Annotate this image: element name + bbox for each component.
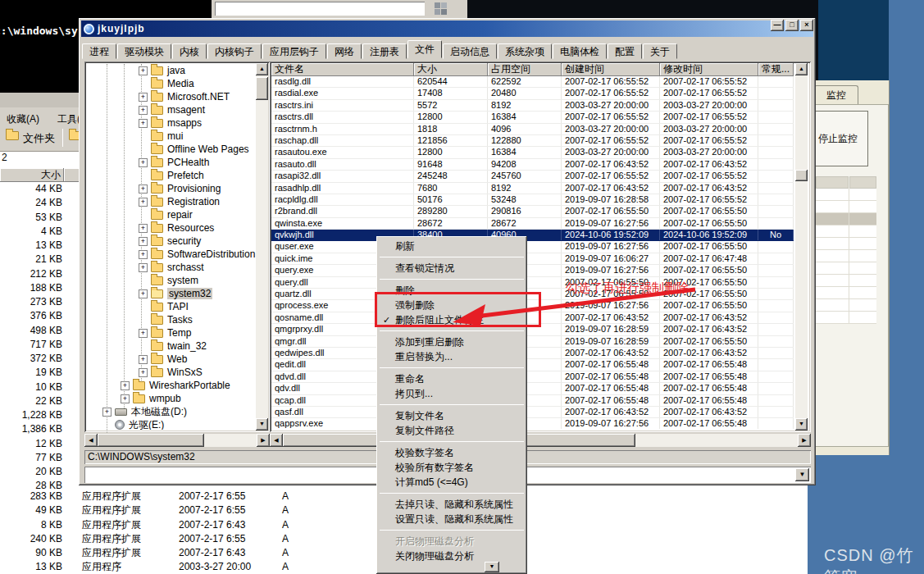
file-row[interactable]: quick.ime2019-09-07 16:06:272007-02-17 0…	[271, 253, 794, 265]
file-row[interactable]: qwinsta.exe28672286722019-09-07 16:27:56…	[271, 218, 794, 230]
column-header[interactable]: 文件名	[271, 63, 414, 76]
file-row[interactable]: quser.exe2019-09-07 16:27:562007-02-17 0…	[271, 241, 794, 253]
file-row[interactable]: qdv.dll2007-02-17 06:55:482007-02-17 06:…	[271, 383, 794, 394]
file-row[interactable]: qappsrv.exe2019-09-07 16:27:562007-02-17…	[271, 418, 794, 429]
tree-item[interactable]: Media	[86, 77, 256, 90]
expand-plus-icon[interactable]: +	[139, 184, 148, 194]
tree-item[interactable]: +Microsoft.NET	[86, 90, 256, 103]
list-vertical-scrollbar[interactable]: ▲ ▼	[795, 63, 808, 430]
explorer-size-cell[interactable]: 1,386 KB	[0, 422, 64, 436]
explorer-size-cell[interactable]: 4 KB	[0, 225, 64, 239]
file-row[interactable]: qedwipes.dll2007-02-17 06:43:522007-02-1…	[271, 348, 794, 359]
explorer-size-cell[interactable]: 22 KB	[0, 394, 64, 408]
column-header[interactable]: 常规...	[758, 63, 794, 76]
explorer-size-cell[interactable]: 20 KB	[0, 465, 64, 479]
tab-9[interactable]: 启动信息	[443, 43, 497, 59]
context-menu-item[interactable]: 复制文件名	[378, 408, 526, 423]
explorer-size-cell[interactable]: 13 KB	[0, 239, 64, 253]
column-header[interactable]: 大小	[414, 63, 488, 76]
expand-plus-icon[interactable]: +	[121, 394, 130, 403]
tree-item[interactable]: system	[86, 274, 256, 287]
explorer-size-cell[interactable]: 21 KB	[0, 253, 64, 266]
tab-1[interactable]: 进程	[82, 43, 116, 59]
tab-6[interactable]: 网络	[327, 43, 362, 59]
tree-item[interactable]: +system32	[86, 287, 256, 300]
expand-plus-icon[interactable]: +	[139, 106, 148, 115]
tree-vertical-scrollbar[interactable]: ▲ ▼	[256, 63, 268, 430]
expand-plus-icon[interactable]: +	[139, 250, 148, 259]
file-row[interactable]: rasapi32.dll2452482457602007-02-17 06:55…	[271, 171, 794, 182]
tree-item[interactable]: +PCHealth	[86, 156, 256, 169]
tab-13[interactable]: 关于	[643, 43, 677, 59]
tab-2[interactable]: 驱动模块	[117, 43, 171, 59]
file-row[interactable]: raschap.dll1218561228802007-02-17 06:55:…	[271, 135, 794, 147]
scroll-right-icon[interactable]: ▶	[798, 434, 811, 447]
tab-8[interactable]: 文件	[407, 40, 442, 58]
context-menu-item[interactable]: 拷贝到...	[378, 386, 526, 401]
file-row[interactable]: rasdial.exe17408204802007-02-17 06:55:52…	[271, 88, 794, 99]
tree-item[interactable]: +WinSxS	[86, 366, 256, 379]
list-horizontal-scrollbar[interactable]: ◀ ▶	[270, 434, 811, 447]
file-row[interactable]: qdvd.dll2007-02-17 06:55:482007-02-17 06…	[271, 371, 794, 383]
tree-item[interactable]: +SoftwareDistribution	[86, 248, 256, 261]
explorer-size-column-header[interactable]: 大小	[0, 168, 64, 182]
tree-item[interactable]: +srchasst	[86, 261, 256, 274]
expand-plus-icon[interactable]: +	[139, 119, 148, 128]
context-menu-item[interactable]: 计算md5 (<=4G)	[378, 475, 526, 490]
context-menu-item[interactable]: 查看锁定情况	[378, 261, 526, 276]
context-menu-item[interactable]: 校验所有数字签名	[378, 460, 526, 475]
expand-plus-icon[interactable]: +	[139, 93, 148, 102]
file-row[interactable]: r2brand.dll2892802908162007-02-17 06:55:…	[271, 206, 794, 217]
tree-item[interactable]: +Registration	[86, 195, 256, 208]
tree-item[interactable]: +Resources	[86, 221, 256, 235]
explorer-size-cell[interactable]: 24 KB	[0, 196, 64, 210]
file-row[interactable]: rasauto.dll91648942082007-02-17 06:43:52…	[271, 159, 794, 171]
folders-button[interactable]: 文件夹	[23, 131, 55, 146]
tree-item[interactable]: Offline Web Pages	[86, 143, 256, 156]
tree-item[interactable]: TAPI	[86, 300, 256, 313]
expand-plus-icon[interactable]: +	[139, 158, 148, 167]
file-row[interactable]: rasctrs.dll12800163842007-02-17 06:55:52…	[271, 112, 794, 123]
column-header[interactable]: 创建时间	[562, 63, 660, 76]
tab-11[interactable]: 电脑体检	[553, 43, 607, 59]
scroll-down-icon[interactable]: ▼	[795, 418, 808, 430]
title-bar[interactable]: jkuyjlpjb	[81, 20, 813, 37]
scroll-up-icon[interactable]: ▲	[256, 63, 268, 75]
close-button[interactable]: ×	[800, 20, 813, 31]
expand-plus-icon[interactable]: +	[139, 66, 148, 75]
tab-3[interactable]: 内核	[172, 43, 207, 59]
context-menu-item[interactable]: 刷新	[378, 239, 526, 253]
menu-scroll-down-icon[interactable]: ▼	[485, 562, 499, 572]
scroll-up-icon[interactable]: ▲	[795, 63, 808, 75]
tab-10[interactable]: 系统杂项	[498, 43, 552, 59]
expand-plus-icon[interactable]: +	[139, 289, 148, 298]
explorer-size-cell[interactable]: 19 KB	[0, 366, 64, 380]
column-header[interactable]: 修改时间	[660, 63, 758, 76]
dropdown-icon[interactable]: ▼	[795, 468, 809, 481]
tree-item[interactable]: +msagent	[86, 103, 256, 116]
context-menu-item[interactable]: 添加到重启删除	[378, 335, 526, 349]
tree-item[interactable]: twain_32	[86, 339, 256, 353]
context-menu-item[interactable]: 校验数字签名	[378, 445, 526, 460]
expand-plus-icon[interactable]: +	[139, 263, 148, 272]
tree-item[interactable]: +WiresharkPortable	[86, 379, 256, 392]
tree-item[interactable]: repair	[86, 208, 256, 221]
tree-hscroll-thumb[interactable]	[98, 434, 204, 447]
tree-item[interactable]: +Web	[86, 353, 256, 366]
file-row[interactable]: rasctrnm.h181840962003-03-27 20:00:00200…	[271, 124, 794, 135]
tree-item[interactable]: +security	[86, 235, 256, 248]
explorer-size-cell[interactable]: 376 KB	[0, 309, 64, 323]
explorer-size-cell[interactable]: 44 KB	[0, 182, 64, 196]
tree-item[interactable]: +msapps	[86, 116, 256, 130]
explorer-size-cell[interactable]: 10 KB	[0, 380, 64, 394]
scroll-left-icon[interactable]: ◀	[270, 434, 283, 447]
explorer-size-cell[interactable]: 498 KB	[0, 324, 64, 338]
tree-item[interactable]: +Temp	[86, 326, 256, 339]
scroll-down-icon[interactable]: ▼	[256, 418, 268, 430]
tree-item[interactable]: Tasks	[86, 313, 256, 326]
list-scroll-thumb[interactable]	[795, 170, 808, 181]
expand-plus-icon[interactable]: +	[139, 355, 148, 364]
expand-plus-icon[interactable]: +	[139, 329, 148, 338]
expand-plus-icon[interactable]: +	[139, 198, 148, 207]
column-header[interactable]: 占用空间	[488, 63, 562, 76]
